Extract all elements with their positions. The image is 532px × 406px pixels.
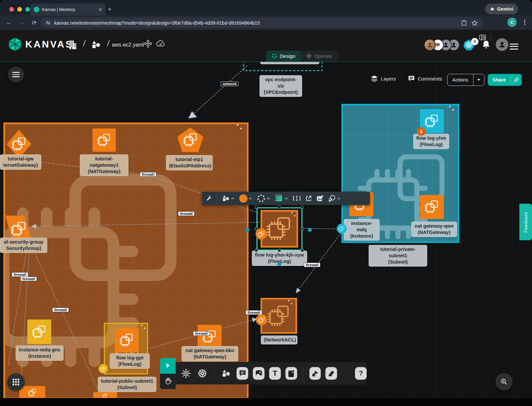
subnet-resize-icon[interactable]	[449, 106, 454, 110]
selection-handle-sw[interactable]	[255, 249, 258, 252]
network-acl-resize-icon[interactable]	[288, 300, 292, 304]
node-label-internet-gateway[interactable]: tutorial-igw ternetGateway)	[0, 154, 41, 170]
meshsync-tool-button[interactable]	[180, 367, 192, 380]
shape-color-button[interactable]	[272, 194, 290, 203]
save-icon[interactable]	[461, 20, 467, 26]
group-select-button[interactable]	[326, 195, 343, 202]
open-in-new-button[interactable]	[303, 195, 314, 202]
browser-tab[interactable]: Kanvas | Meshery ✕	[30, 4, 105, 15]
selection-handle-n[interactable]	[278, 206, 281, 209]
workspace-shapes-icon[interactable]	[91, 40, 101, 49]
header-menu-button[interactable]	[510, 42, 518, 51]
edge-label-firewall-3[interactable]: firewall	[12, 272, 28, 277]
shapes-menu-button[interactable]	[220, 195, 237, 202]
mesh-flower-icon[interactable]	[144, 39, 152, 48]
share-button[interactable]: Share	[488, 74, 522, 86]
window-close-button[interactable]	[9, 7, 14, 12]
edge-network[interactable]	[188, 66, 247, 118]
node-label-network-acl[interactable]: (NetworkACL)	[261, 335, 297, 344]
network-acl-edge-handle[interactable]	[256, 314, 267, 325]
selection-handle-nw[interactable]	[255, 206, 258, 209]
selection-handle-w[interactable]	[255, 227, 258, 230]
tab-design[interactable]: Design	[266, 51, 301, 62]
edge-firewall-2[interactable]	[21, 245, 30, 387]
window-zoom-button[interactable]	[25, 7, 30, 12]
edge-label-firewall-5[interactable]: firewall	[52, 307, 69, 312]
node-label-flow-log-yhm[interactable]: flow log-yhm (FlowLog)	[413, 134, 449, 149]
subnet-edge-handle[interactable]	[337, 224, 347, 234]
edge-firewall-flowlog-securitygroup[interactable]	[32, 222, 259, 226]
new-tab-button[interactable]: +	[108, 6, 111, 12]
node-natgateway1[interactable]	[92, 128, 116, 152]
edge-label-firewall-4[interactable]: firewall	[20, 277, 37, 281]
selection-handle-ne[interactable]	[301, 206, 304, 209]
flow-log-gpt-resize-icon[interactable]	[141, 325, 145, 329]
rename-button[interactable]	[290, 195, 303, 201]
reading-mode-icon[interactable]	[479, 35, 486, 41]
edge-label-firewall-1[interactable]: firewall	[140, 172, 156, 177]
collaborator-avatar-1[interactable]	[424, 39, 436, 51]
kanvas-brand[interactable]: KANVAS	[9, 37, 73, 51]
text-tool-button[interactable]: T	[269, 367, 281, 380]
user-avatar[interactable]	[496, 38, 508, 51]
back-button[interactable]: ←	[5, 19, 13, 26]
node-label-instance-mdq-gnx[interactable]: instance-mdq-gnx (Instance)	[16, 345, 64, 361]
site-settings-icon[interactable]	[45, 20, 51, 26]
comment-tool-button[interactable]	[237, 367, 248, 380]
node-partial-bottom-1[interactable]	[19, 386, 45, 399]
freehand-tool-button[interactable]	[325, 367, 337, 380]
kubernetes-tool-button[interactable]	[197, 367, 208, 380]
edge-firewall-3[interactable]	[32, 246, 97, 387]
help-tool-button[interactable]: ?	[355, 367, 367, 380]
zoom-button[interactable]	[495, 373, 513, 390]
actions-button[interactable]: Actions	[447, 74, 484, 86]
cloud-sync-icon[interactable]	[156, 39, 166, 48]
node-label-security-group[interactable]: al-security-group SecurityGroup)	[0, 238, 47, 253]
notification-bell-icon[interactable]	[482, 40, 490, 50]
browser-menu-icon[interactable]	[524, 19, 526, 26]
node-label-instance-mdq[interactable]: instance-mdq (Instance)	[344, 219, 380, 241]
node-label-private-subnet[interactable]: tutorial-private-subnet1 (Subnet)	[369, 245, 427, 267]
node-instance-mdq-gnx[interactable]	[27, 319, 51, 344]
flow-log-gpt-edge-handle[interactable]	[98, 364, 108, 373]
reload-button[interactable]: ⟳	[31, 19, 38, 26]
add-image-button[interactable]	[314, 195, 326, 202]
node-label-nat-gateway-qwo[interactable]: nat gateway-qwo (NATGateway)	[411, 222, 457, 237]
node-label-natgateway1[interactable]: tutorial-natgateway1 (NATGateway)	[80, 154, 128, 176]
bookmark-star-icon[interactable]	[471, 20, 478, 26]
select-tool-button[interactable]	[160, 358, 176, 374]
node-nat-gateway-qwo-bbc[interactable]	[198, 325, 222, 349]
edge-label-firewall-6[interactable]: firewall	[304, 263, 320, 267]
node-flow-log-gpt[interactable]	[115, 328, 139, 352]
edge-label-network[interactable]: network	[221, 82, 239, 86]
node-label-elastic-ip[interactable]: tutorial-eip1 (ElasticIPAddress)	[166, 155, 213, 170]
canvas-menu-button[interactable]	[8, 67, 24, 83]
selected-node-resize-icon[interactable]	[291, 212, 295, 216]
media-tool-button[interactable]	[253, 367, 265, 380]
comments-button[interactable]: Comments	[408, 75, 442, 82]
shapes-tool-button[interactable]	[221, 367, 232, 380]
address-bar[interactable]: kanvas.new/extension/meshmap?mode=design…	[41, 18, 483, 28]
edge-label-firewall-8[interactable]: firewall	[193, 331, 210, 336]
share-link-button[interactable]	[511, 77, 522, 83]
node-label-public-subnet[interactable]: tutorial-public-subnet1 (Subnet)	[98, 377, 156, 392]
actions-dropdown-button[interactable]	[473, 79, 484, 81]
forward-button[interactable]: →	[18, 19, 25, 26]
pen-tool-button[interactable]	[309, 367, 321, 380]
tab-operate[interactable]: Operate	[301, 51, 338, 62]
gemini-button[interactable]: Gemini	[485, 4, 518, 14]
node-label-nat-gateway-qwo-bbc[interactable]: nat gateway-qwo-bbc (NATGateway)	[182, 346, 238, 361]
organization-icon[interactable]	[69, 40, 77, 50]
note-tool-button[interactable]	[285, 367, 297, 380]
feedback-tab[interactable]: Feedback	[519, 204, 532, 240]
browser-profile-avatar[interactable]: C	[507, 18, 517, 27]
dock-apps-button[interactable]	[7, 373, 25, 391]
tools-wrench-button[interactable]	[202, 195, 215, 202]
node-label-vpc-endpoint[interactable]: vpc endpoint-slz (VPCEndpoint)	[260, 75, 302, 97]
selection-handle-se[interactable]	[301, 249, 304, 252]
edge-label-firewall-2[interactable]: firewall	[178, 211, 195, 216]
design-file-name[interactable]: aws ec2.yaml	[112, 42, 144, 48]
pan-tool-button[interactable]	[160, 374, 176, 389]
selection-handle-s[interactable]	[278, 249, 281, 252]
border-style-button[interactable]	[255, 194, 272, 203]
